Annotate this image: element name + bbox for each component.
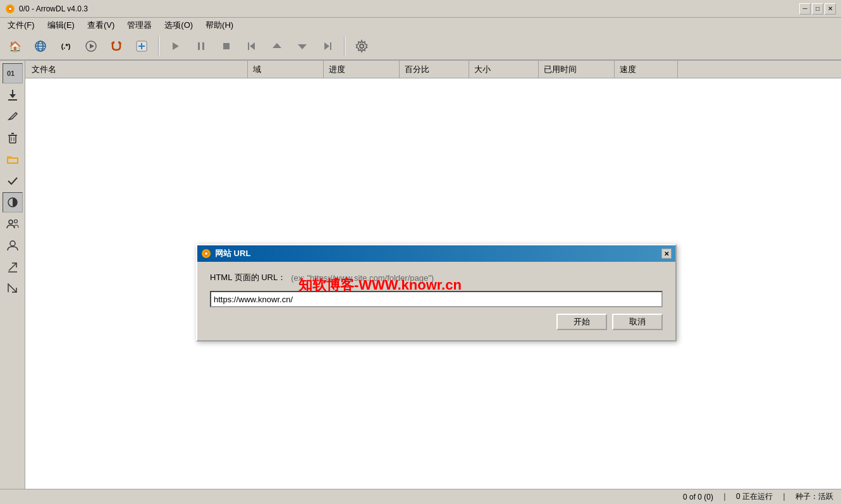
web-btn[interactable] [29, 35, 52, 58]
sidebar-download-btn[interactable] [3, 85, 23, 105]
svg-line-43 [9, 285, 16, 292]
sidebar-user-btn[interactable] [3, 235, 23, 255]
sidebar: 01 [0, 61, 25, 489]
trash-icon [6, 131, 20, 145]
sidebar-folder-btn[interactable] [3, 149, 23, 169]
export-icon [6, 260, 20, 274]
svg-text:01: 01 [7, 70, 15, 77]
gear-icon [355, 39, 369, 53]
toolbar-sep-1 [158, 37, 159, 56]
menu-view[interactable]: 查看(V) [82, 18, 120, 32]
close-btn[interactable]: ✕ [825, 3, 836, 15]
play-icon [170, 40, 181, 52]
svg-rect-18 [202, 42, 204, 50]
start-btn[interactable]: 开始 [556, 314, 607, 330]
svg-marker-16 [173, 42, 179, 50]
svg-marker-29 [9, 94, 16, 98]
column-headers: 文件名 域 进度 百分比 大小 已用时间 速度 [25, 61, 841, 78]
website-url-dialog: 网站 URL ✕ HTML 页面的 URL： (ex: "https://www… [196, 244, 677, 341]
pause-icon [195, 40, 207, 52]
minimize-btn[interactable]: ─ [799, 3, 811, 15]
svg-point-40 [10, 241, 15, 246]
svg-marker-8 [90, 44, 94, 49]
svg-point-1 [9, 8, 11, 10]
menu-options[interactable]: 选项(O) [159, 18, 198, 32]
up-btn[interactable] [266, 35, 288, 58]
menu-bar: 文件(F) 编辑(E) 查看(V) 管理器 选项(O) 帮助(H) [0, 18, 841, 33]
import-icon [6, 281, 20, 295]
sidebar-users-btn[interactable] [3, 214, 23, 234]
app-icon [5, 4, 15, 14]
svg-rect-36 [8, 158, 18, 163]
menu-file[interactable]: 文件(F) [3, 18, 40, 32]
user-icon [6, 238, 20, 252]
svg-point-46 [205, 252, 207, 255]
main-layout: 01 [0, 61, 841, 489]
sidebar-export-btn[interactable] [3, 257, 23, 277]
svg-rect-19 [223, 43, 230, 49]
col-progress-header: 进度 [324, 61, 400, 78]
dialog-input-row [210, 291, 663, 307]
pause-btn[interactable] [190, 35, 212, 58]
down-icon [297, 40, 308, 52]
sidebar-check-btn[interactable] [3, 171, 23, 191]
magnet-icon [110, 40, 123, 52]
url-input[interactable] [210, 291, 663, 307]
sidebar-import-btn[interactable] [3, 278, 23, 298]
sidebar-number-btn[interactable]: 01 [3, 63, 23, 83]
number-icon: 01 [6, 66, 20, 80]
dialog-label: HTML 页面的 URL： [210, 272, 286, 283]
dialog-title-icon [201, 249, 211, 259]
status-divider-1: ｜ [721, 491, 728, 502]
svg-rect-17 [198, 42, 200, 50]
check-icon [6, 174, 20, 188]
sidebar-trash-btn[interactable] [3, 128, 23, 148]
menu-help[interactable]: 帮助(H) [200, 18, 238, 32]
toolbar: (.*) [0, 33, 841, 61]
sidebar-pencil-btn[interactable] [3, 106, 23, 126]
video-btn[interactable] [80, 35, 102, 58]
dialog-close-btn[interactable]: ✕ [661, 249, 672, 259]
folder-icon [6, 152, 20, 166]
dialog-titlebar: 网站 URL ✕ [197, 245, 675, 262]
svg-point-26 [360, 44, 364, 48]
add-icon [135, 40, 148, 52]
col-domain-header: 域 [248, 61, 324, 78]
users-icon [6, 217, 20, 231]
status-bar: 0 of 0 (0) ｜ 0 正在运行 ｜ 种子：活跃 [0, 489, 841, 504]
regex-btn[interactable]: (.*) [54, 35, 77, 58]
dialog-hint: (ex: "https://www.site.com/folder/page") [291, 273, 434, 283]
add-btn[interactable] [130, 35, 153, 58]
menu-manager[interactable]: 管理器 [122, 18, 157, 32]
svg-rect-31 [9, 135, 16, 143]
stop-btn[interactable] [215, 35, 238, 58]
maximize-btn[interactable]: □ [812, 3, 823, 15]
play-btn[interactable] [164, 35, 187, 58]
window-controls: ─ □ ✕ [799, 3, 836, 15]
title-bar: 0/0 - ArrowDL v4.0.3 ─ □ ✕ [0, 0, 841, 18]
toolbar-sep-2 [344, 37, 345, 56]
menu-edit[interactable]: 编辑(E) [42, 18, 80, 32]
settings-btn[interactable] [350, 35, 373, 58]
stop-icon [221, 40, 232, 52]
skip-end-btn[interactable] [316, 35, 339, 58]
video-icon [85, 40, 97, 52]
sidebar-theme-btn[interactable] [3, 192, 23, 212]
skip-end-icon [322, 40, 333, 52]
down-btn[interactable] [291, 35, 314, 58]
magnet-btn[interactable] [105, 35, 128, 58]
skip-start-icon [246, 40, 257, 52]
col-filename-header: 文件名 [27, 61, 248, 78]
svg-marker-23 [298, 44, 307, 49]
up-icon [271, 40, 283, 52]
skip-start-btn[interactable] [240, 35, 263, 58]
dialog-body: HTML 页面的 URL： (ex: "https://www.site.com… [197, 262, 675, 340]
status-count: 0 of 0 (0) [683, 493, 713, 501]
svg-line-41 [9, 263, 16, 271]
status-divider-2: ｜ [780, 491, 788, 502]
dialog-buttons: 开始 取消 [210, 314, 663, 330]
cancel-btn[interactable]: 取消 [612, 314, 663, 330]
col-size-header: 大小 [469, 61, 539, 78]
col-elapsed-header: 已用时间 [539, 61, 615, 78]
home-btn[interactable] [4, 35, 27, 58]
